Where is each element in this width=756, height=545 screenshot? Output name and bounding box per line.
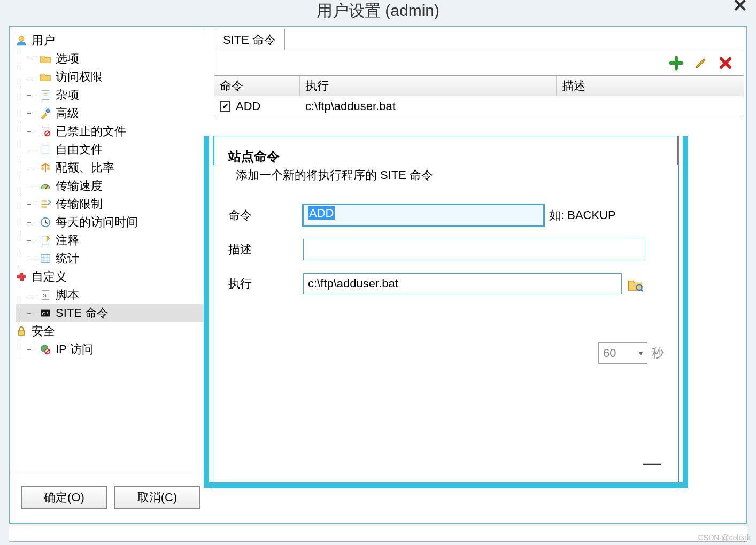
timeout-combo[interactable]: 60 ▾: [598, 342, 647, 364]
tree-label: 访问权限: [56, 68, 103, 86]
svg-line-28: [641, 290, 643, 292]
tree-label: 杂项: [56, 86, 79, 104]
tab-label: SITE 命令: [223, 32, 276, 48]
label-command: 命令: [228, 207, 303, 223]
tree-node-speed[interactable]: 传输速度: [16, 177, 205, 195]
tree-label: 安全: [32, 322, 55, 340]
folder-icon: [40, 53, 51, 65]
label-description: 描述: [228, 242, 303, 258]
tree-label: 传输速度: [56, 177, 103, 195]
chevron-down-icon: ▾: [639, 349, 643, 357]
status-bar: [9, 526, 747, 542]
execute-input[interactable]: [303, 273, 622, 294]
collapse-icon[interactable]: —: [643, 452, 661, 473]
tree-node-script[interactable]: S脚本: [16, 286, 205, 304]
dialog-heading: 站点命令: [228, 148, 664, 165]
tree-label: 脚本: [56, 286, 79, 304]
description-input[interactable]: [303, 239, 645, 260]
timeout-value: 60: [603, 346, 616, 360]
svg-point-0: [19, 36, 24, 41]
timeout-unit: 秒: [652, 345, 664, 361]
tree-node-custom[interactable]: 自定义: [16, 268, 205, 286]
tree-label: SITE 命令: [56, 304, 109, 322]
tree-label: 注释: [56, 231, 79, 250]
lock-icon: [16, 325, 27, 337]
tree-label: 自定义: [32, 268, 67, 286]
edit-icon[interactable]: [693, 56, 708, 71]
cancel-button[interactable]: 取消(C): [114, 486, 200, 509]
cell-cmd: ADD: [236, 99, 260, 113]
checkbox-icon[interactable]: ✔: [220, 101, 230, 112]
cell-desc: [557, 96, 744, 116]
label-execute: 执行: [228, 276, 303, 292]
add-icon[interactable]: [669, 56, 684, 71]
note-icon: [40, 235, 51, 246]
tree-node-stats[interactable]: 统计: [16, 250, 205, 268]
svg-text:C:\: C:\: [42, 311, 49, 316]
tree-label: 统计: [56, 250, 79, 268]
tree-label: 配额、比率: [56, 159, 114, 177]
tree-label: 每天的访问时间: [56, 213, 138, 231]
tools-icon: [40, 107, 51, 119]
tree-node-misc[interactable]: 杂项: [16, 86, 205, 104]
puzzle-icon: [16, 271, 27, 283]
table-row[interactable]: ✔ ADD c:\ftp\adduser.bat: [214, 96, 744, 116]
scale-icon: [40, 162, 51, 174]
delete-icon[interactable]: [718, 56, 733, 71]
tree-label: 用户: [32, 32, 55, 50]
folder-icon: [40, 71, 51, 83]
svg-point-9: [41, 167, 44, 170]
close-icon[interactable]: ✕: [732, 0, 747, 16]
tree-node-access[interactable]: 访问权限: [16, 68, 205, 86]
table-icon: [40, 253, 51, 264]
cell-exec: c:\ftp\adduser.bat: [300, 96, 557, 116]
console-icon: C:\: [40, 307, 51, 319]
tree-node-access-time[interactable]: 每天的访问时间: [16, 213, 205, 231]
tree-node-options[interactable]: 选项: [16, 50, 205, 68]
user-icon: [16, 35, 27, 46]
tree-node-ip-access[interactable]: IP 访问: [16, 340, 205, 359]
grid-header-cmd[interactable]: 命令: [214, 76, 300, 96]
tree-node-quota[interactable]: 配额、比率: [16, 159, 205, 177]
browse-folder-icon[interactable]: [627, 277, 643, 291]
clock-icon: [40, 216, 51, 228]
tree-node-site-cmd[interactable]: C:\SITE 命令: [16, 304, 205, 322]
svg-point-4: [46, 109, 50, 113]
tree-label: 高级: [56, 104, 79, 122]
page-icon: [40, 89, 51, 101]
tree-panel: 用户 选项 访问权限 杂项 高级 已禁止的文件 自由文件 配额、比率 传输速度 …: [12, 29, 205, 473]
tree-node-advanced[interactable]: 高级: [16, 104, 205, 122]
limit-icon: [40, 198, 51, 210]
page-title: 用户设置 (admin): [317, 2, 439, 19]
grid-header: 命令 执行 描述: [214, 76, 744, 96]
tree-label: 自由文件: [56, 141, 103, 159]
svg-rect-8: [42, 145, 49, 154]
file-icon: [40, 144, 51, 155]
tree-node-notes[interactable]: 注释: [16, 231, 205, 250]
toolbar: [214, 50, 744, 76]
tree-node-free-files[interactable]: 自由文件: [16, 141, 205, 159]
svg-rect-23: [19, 330, 25, 335]
svg-point-10: [47, 167, 50, 170]
tree-node-banned-files[interactable]: 已禁止的文件: [16, 122, 205, 141]
grid-header-desc[interactable]: 描述: [557, 76, 744, 96]
command-input[interactable]: ADD: [303, 205, 544, 226]
watermark: CSDN @coleak: [698, 533, 751, 542]
dialog: Gene6 FTP Server 管理员 ✕ 站点命令 添加一个新的将执行程序的…: [213, 136, 679, 488]
tree-label: 传输限制: [56, 195, 103, 213]
tree-label: 已禁止的文件: [56, 122, 126, 141]
tree-node-security[interactable]: 安全: [16, 322, 205, 340]
ok-button[interactable]: 确定(O): [21, 486, 107, 509]
tree-label: IP 访问: [56, 340, 94, 359]
svg-rect-14: [41, 255, 50, 263]
grid-header-exec[interactable]: 执行: [300, 76, 557, 96]
tree-label: 选项: [56, 50, 79, 68]
file-block-icon: [40, 126, 51, 137]
tree-node-user[interactable]: 用户: [16, 32, 205, 50]
tree-node-limits[interactable]: 传输限制: [16, 195, 205, 213]
tab-site-cmd[interactable]: SITE 命令: [214, 29, 285, 50]
gauge-icon: [40, 180, 51, 192]
command-hint: 如: BACKUP: [549, 207, 616, 223]
globe-block-icon: [40, 344, 51, 355]
dialog-subheading: 添加一个新的将执行程序的 SITE 命令: [236, 167, 664, 183]
